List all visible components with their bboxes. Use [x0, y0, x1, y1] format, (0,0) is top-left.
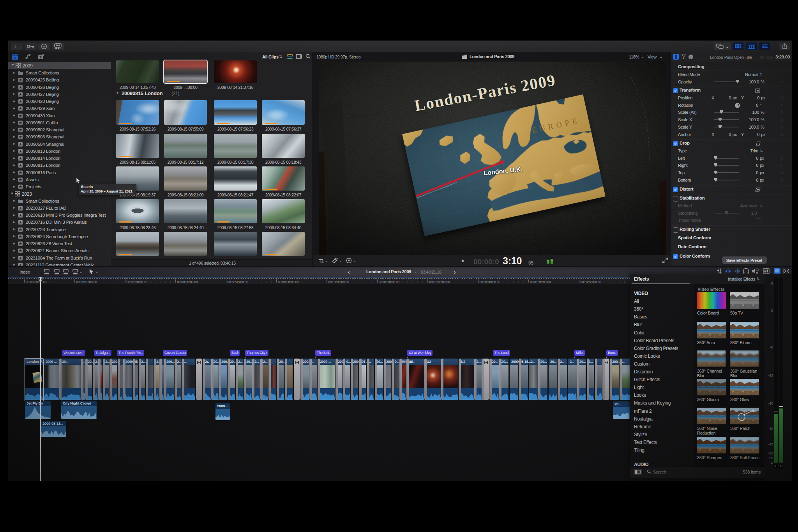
svg-text:T: T — [39, 55, 42, 59]
